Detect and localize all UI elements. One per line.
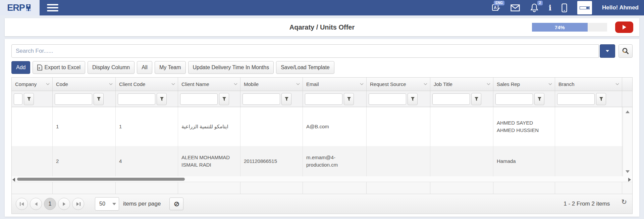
- cell-client-code: 1: [116, 107, 178, 146]
- filter-input-request-source[interactable]: [369, 93, 406, 105]
- next-page-button[interactable]: [58, 198, 70, 210]
- column-header-email[interactable]: Email: [303, 78, 367, 91]
- chevron-down-icon[interactable]: [424, 83, 427, 85]
- column-header-branch[interactable]: Branch: [555, 78, 622, 91]
- filter-input-client-code[interactable]: [118, 93, 155, 105]
- page: ERP A ENG: [0, 0, 644, 219]
- search-button[interactable]: [619, 44, 633, 58]
- filter-button-request-source[interactable]: [408, 93, 418, 105]
- filter-button-client-name[interactable]: [219, 93, 229, 105]
- all-button[interactable]: All: [137, 61, 152, 74]
- column-header-client-name[interactable]: Client Name: [178, 78, 240, 91]
- filter-input-client-name[interactable]: [180, 93, 218, 105]
- display-column-button[interactable]: Display Column: [88, 61, 135, 74]
- horizontal-scrollbar[interactable]: [12, 176, 632, 182]
- excel-file-icon: x: [37, 64, 42, 71]
- chevron-down-icon[interactable]: [234, 83, 237, 85]
- scroll-up-icon[interactable]: [623, 108, 632, 115]
- menu-toggle-icon[interactable]: [47, 4, 58, 11]
- my-team-button[interactable]: My Team: [155, 61, 186, 74]
- scroll-right-icon[interactable]: [628, 177, 631, 183]
- column-header-job-title[interactable]: Job Title: [430, 78, 493, 91]
- search-options-dropdown[interactable]: [600, 44, 615, 58]
- chevron-down-icon[interactable]: [171, 83, 175, 85]
- chevron-down-icon[interactable]: [548, 83, 552, 85]
- chevron-down-icon[interactable]: [615, 83, 619, 85]
- update-delivery-time-button[interactable]: Update Delivery Time In Months: [188, 61, 274, 74]
- page-size-select[interactable]: 50: [95, 197, 119, 211]
- funnel-icon: [537, 97, 542, 101]
- search-input[interactable]: [11, 44, 599, 58]
- erp-logo-icon: [26, 4, 33, 11]
- page-number-button[interactable]: 1: [44, 198, 56, 210]
- filter-input-sales-rep[interactable]: [495, 93, 533, 105]
- erp-logo[interactable]: ERP: [0, 0, 40, 15]
- filter-button-client-code[interactable]: [157, 93, 167, 105]
- filter-input-email[interactable]: [305, 93, 342, 105]
- cancel-changes-button[interactable]: ⊘: [169, 198, 183, 210]
- mail-icon[interactable]: [511, 4, 520, 11]
- funnel-icon: [599, 97, 603, 101]
- cell-request-source: [367, 107, 430, 146]
- previous-page-icon: [35, 202, 38, 206]
- filter-button-company[interactable]: [24, 93, 34, 105]
- user-greeting[interactable]: Hello! Ahmed: [602, 4, 639, 11]
- avatar-logo[interactable]: [577, 1, 592, 14]
- filter-button-mobile[interactable]: [281, 93, 291, 105]
- chevron-down-icon[interactable]: [109, 83, 113, 85]
- filter-button-branch[interactable]: [596, 93, 606, 105]
- cell-sales-rep: AHMED SAYED AHMED HUSSIEN: [493, 107, 555, 146]
- filter-input-company[interactable]: [14, 93, 22, 105]
- filter-input-branch[interactable]: [557, 93, 595, 105]
- chevron-down-icon[interactable]: [360, 83, 364, 85]
- chevron-down-icon[interactable]: [46, 83, 50, 85]
- grid-filter-row: [12, 91, 632, 107]
- filter-button-job-title[interactable]: [471, 93, 481, 105]
- funnel-icon: [97, 97, 101, 101]
- data-grid: Company Code Client Code Client Name Mob…: [11, 77, 633, 214]
- scroll-down-icon[interactable]: [623, 168, 632, 175]
- filter-button-email[interactable]: [344, 93, 354, 105]
- filter-input-code[interactable]: [55, 93, 92, 105]
- vertical-scrollbar[interactable]: [623, 107, 632, 176]
- mobile-icon[interactable]: [561, 3, 567, 12]
- cell-code: 2: [53, 146, 116, 176]
- export-excel-button[interactable]: x Export to Excel: [33, 61, 85, 74]
- table-row[interactable]: 2 4 ALEEN MOHAMMAD ISMAIL RADI 201120866…: [12, 146, 632, 176]
- previous-page-button[interactable]: [30, 198, 42, 210]
- filter-input-job-title[interactable]: [432, 93, 470, 105]
- language-icon[interactable]: A ENG: [492, 3, 500, 12]
- column-header-mobile[interactable]: Mobile: [240, 78, 303, 91]
- cell-client-code: 4: [116, 146, 178, 176]
- cell-email: m.emam@4-production.cm: [303, 146, 367, 176]
- filter-button-code[interactable]: [94, 93, 104, 105]
- last-page-button[interactable]: [72, 198, 84, 210]
- horizontal-scrollbar-thumb[interactable]: [17, 178, 185, 181]
- video-help-button[interactable]: [615, 21, 633, 33]
- save-load-template-button[interactable]: Save/Load Template: [276, 61, 334, 74]
- chevron-down-icon[interactable]: [296, 83, 300, 85]
- funnel-icon: [284, 97, 289, 101]
- cell-company: [12, 146, 53, 176]
- cell-branch: [555, 146, 622, 176]
- chevron-down-icon[interactable]: [487, 83, 490, 85]
- table-row[interactable]: 1 1 ايتامكو للتنمية الزراعية A@B.com AHM…: [12, 107, 632, 146]
- notifications-bell-icon[interactable]: 2: [530, 3, 539, 12]
- filter-button-sales-rep[interactable]: [534, 93, 544, 105]
- scroll-left-icon[interactable]: [12, 177, 15, 183]
- header-corner: [622, 78, 632, 91]
- column-header-sales-rep[interactable]: Sales Rep: [493, 78, 555, 91]
- column-header-company[interactable]: Company: [12, 78, 53, 91]
- title-bar: Aqaraty / Units Offer 74%: [5, 18, 639, 36]
- cell-request-source: [367, 146, 430, 176]
- first-page-button[interactable]: [16, 198, 28, 210]
- column-header-client-code[interactable]: Client Code: [116, 78, 178, 91]
- refresh-icon[interactable]: ↻: [621, 198, 627, 206]
- column-header-request-source[interactable]: Request Source: [367, 78, 430, 91]
- add-button[interactable]: Add: [11, 61, 30, 74]
- items-per-page-label: items per page: [123, 201, 161, 207]
- filter-input-mobile[interactable]: [243, 93, 280, 105]
- funnel-icon: [160, 97, 164, 101]
- column-header-code[interactable]: Code: [53, 78, 116, 91]
- info-icon[interactable]: i: [549, 4, 551, 11]
